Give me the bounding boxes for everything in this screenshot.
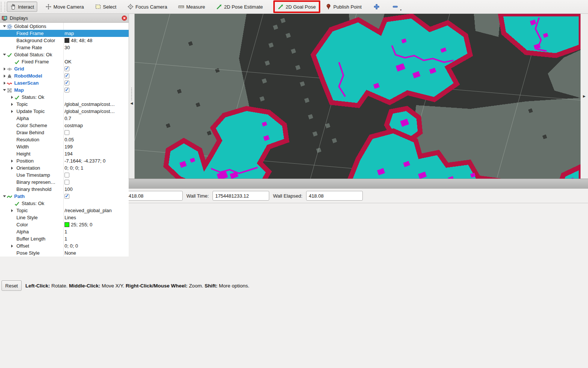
checkbox-checked[interactable]	[65, 81, 69, 85]
tree-row-color-scheme[interactable]: Color Schemecostmap	[0, 122, 129, 129]
toolbar-button-plus[interactable]	[370, 2, 383, 12]
tree-row-value[interactable]: 0.05	[65, 136, 74, 143]
tree-row-value[interactable]	[65, 72, 69, 79]
tree-row-value[interactable]	[65, 179, 69, 186]
tree-row-background-color[interactable]: Background Color48; 48; 48	[0, 37, 129, 44]
toolbar-button-focus-camera[interactable]: Focus Camera	[125, 2, 170, 12]
expand-right-icon[interactable]	[10, 160, 14, 163]
tree-row-width[interactable]: Width199	[0, 143, 129, 150]
checkbox-unchecked[interactable]	[65, 173, 69, 177]
tree-row-value[interactable]: OK	[65, 58, 72, 65]
checkbox-checked[interactable]	[65, 88, 69, 92]
tree-row-alpha[interactable]: Alpha0.7	[0, 115, 129, 122]
tree-row-global-options[interactable]: Global Options	[0, 23, 129, 30]
vertical-splitter[interactable]: ◀	[129, 14, 135, 179]
tree-row-value[interactable]: 194	[65, 150, 73, 157]
tree-row-update-topic[interactable]: Update Topic/global_costmap/cost…	[0, 108, 129, 115]
tree-row-frame-rate[interactable]: Frame Rate30	[0, 44, 129, 51]
tree-row-value[interactable]: Lines	[65, 214, 76, 221]
tree-row-value[interactable]: None	[65, 249, 76, 257]
expand-right-icon[interactable]	[10, 245, 14, 248]
toolbar-button-2d-goal-pose[interactable]: 2D Goal Pose	[275, 2, 319, 12]
tree-row-value[interactable]: costmap	[65, 122, 83, 129]
tree-row-value[interactable]: 25; 255; 0	[65, 221, 92, 228]
wall-elapsed-input[interactable]	[306, 191, 363, 201]
tree-row-value[interactable]: 199	[65, 143, 73, 150]
expand-right-icon[interactable]	[2, 75, 7, 78]
toolbar-button-measure[interactable]: Measure	[175, 2, 208, 12]
expand-right-icon[interactable]	[10, 103, 14, 106]
tree-row-value[interactable]: 1	[65, 228, 67, 235]
toolbar-button-interact[interactable]: Interact	[7, 1, 37, 12]
tree-row-value[interactable]: /received_global_plan	[65, 207, 111, 214]
tree-row-robotmodel[interactable]: RobotModel	[0, 72, 129, 79]
expand-right-icon[interactable]	[10, 96, 14, 99]
tree-row-value[interactable]: 0; 0; 0; 1	[65, 164, 84, 172]
tree-row-value[interactable]: 1	[65, 235, 67, 242]
expand-right-icon[interactable]	[10, 110, 14, 113]
tree-row-path[interactable]: Path	[0, 193, 129, 200]
expand-right-icon[interactable]	[10, 209, 14, 212]
ros-elapsed-input[interactable]	[126, 191, 183, 201]
expand-right-icon[interactable]	[2, 67, 7, 70]
tree-row-position[interactable]: Position-7.1644; -4.2377; 0	[0, 157, 129, 164]
tree-row-binary-threshold[interactable]: Binary threshold100	[0, 186, 129, 193]
tree-row-alpha[interactable]: Alpha1	[0, 228, 129, 235]
expand-right-icon[interactable]: ▶	[583, 94, 586, 98]
tree-row-map[interactable]: Map	[0, 87, 129, 94]
tree-row-color[interactable]: Color25; 255; 0	[0, 221, 129, 228]
tree-row-binary-represen-[interactable]: Binary represen…	[0, 179, 129, 186]
tree-row-value[interactable]: -7.1644; -4.2377; 0	[65, 157, 106, 164]
tree-row-buffer-length[interactable]: Buffer Length1	[0, 235, 129, 242]
tree-row-value[interactable]: 0; 0; 0	[65, 242, 78, 249]
expand-down-icon[interactable]	[2, 195, 7, 197]
3d-viewport[interactable]	[135, 14, 581, 179]
tree-row-line-style[interactable]: Line StyleLines	[0, 214, 129, 221]
tree-row-grid[interactable]: Grid	[0, 65, 129, 72]
tree-row-value[interactable]: 48; 48; 48	[65, 37, 92, 44]
reset-button[interactable]: Reset	[1, 280, 22, 291]
expand-down-icon[interactable]	[2, 89, 7, 91]
tree-row-draw-behind[interactable]: Draw Behind	[0, 129, 129, 136]
right-panel-strip[interactable]: ▶	[581, 14, 588, 179]
checkbox-checked[interactable]	[65, 66, 69, 71]
tree-row-height[interactable]: Height194	[0, 150, 129, 157]
tree-row-value[interactable]	[65, 193, 69, 200]
toolbar-button-select[interactable]: Select	[92, 2, 119, 12]
toolbar-button-move-camera[interactable]: Move Camera	[43, 2, 87, 12]
tree-row-value[interactable]: /global_costmap/cost…	[65, 101, 115, 108]
tree-row-status-ok[interactable]: Status: Ok	[0, 200, 129, 207]
expand-right-icon[interactable]	[2, 82, 7, 85]
tree-row-topic[interactable]: Topic/received_global_plan	[0, 207, 129, 214]
toolbar-button-2d-pose-estimate[interactable]: 2D Pose Estimate	[213, 2, 266, 12]
tree-row-value[interactable]	[65, 87, 69, 94]
tree-row-orientation[interactable]: Orientation0; 0; 0; 1	[0, 164, 129, 172]
tree-row-value[interactable]: 100	[65, 186, 73, 193]
checkbox-unchecked[interactable]	[65, 130, 69, 135]
tree-row-offset[interactable]: Offset0; 0; 0	[0, 242, 129, 249]
tree-row-status-ok[interactable]: Status: Ok	[0, 94, 129, 101]
toolbar-button-minus[interactable]: ▾	[389, 2, 402, 12]
tree-row-value[interactable]	[65, 79, 69, 87]
expand-right-icon[interactable]	[10, 167, 14, 170]
tree-row-value[interactable]: /global_costmap/cost…	[65, 108, 115, 115]
tree-row-laserscan[interactable]: LaserScan	[0, 79, 129, 87]
toolbar-drag-handle[interactable]	[1, 2, 5, 12]
tree-row-value[interactable]: map	[65, 30, 74, 37]
dropdown-arrow-icon[interactable]: ▾	[400, 9, 402, 12]
checkbox-unchecked[interactable]	[65, 180, 69, 185]
expand-down-icon[interactable]	[2, 25, 7, 27]
expand-down-icon[interactable]	[2, 54, 7, 56]
tree-row-pose-style[interactable]: Pose StyleNone	[0, 249, 129, 257]
tree-row-fixed-frame[interactable]: Fixed Framemap	[0, 30, 129, 37]
checkbox-checked[interactable]	[65, 194, 69, 199]
tree-row-fixed-frame[interactable]: Fixed FrameOK	[0, 58, 129, 65]
tree-row-value[interactable]	[65, 65, 69, 72]
tree-row-value[interactable]: 0.7	[65, 115, 71, 122]
tree-row-global-status-ok[interactable]: Global Status: Ok	[0, 51, 129, 58]
tree-row-resolution[interactable]: Resolution0.05	[0, 136, 129, 143]
wall-time-input[interactable]	[213, 191, 269, 201]
tree-row-use-timestamp[interactable]: Use Timestamp	[0, 172, 129, 179]
tree-row-value[interactable]	[65, 172, 69, 179]
tree-row-value[interactable]	[65, 129, 69, 136]
